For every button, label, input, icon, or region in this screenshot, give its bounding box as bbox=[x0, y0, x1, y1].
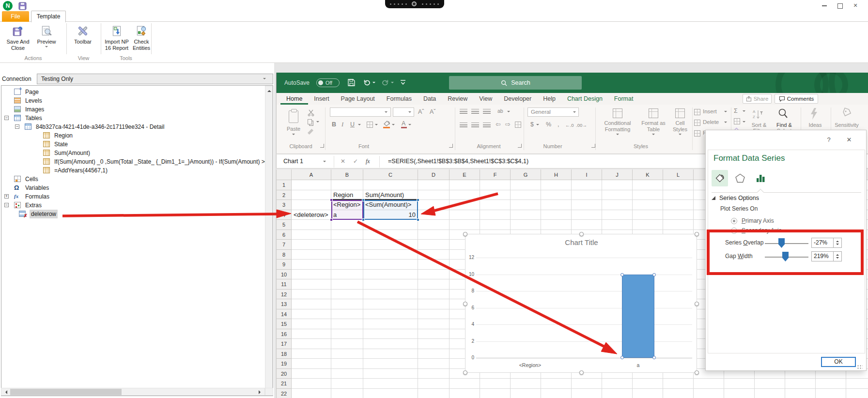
slider-track-series-overlap[interactable] bbox=[765, 243, 808, 244]
row-header-5[interactable]: 5 bbox=[277, 220, 292, 230]
sensitivity-label[interactable]: Sensitivity bbox=[832, 122, 862, 128]
orientation-dropdown-icon[interactable] bbox=[507, 111, 510, 114]
spin-up-icon[interactable] bbox=[836, 253, 839, 256]
value-gap-width[interactable]: 219% bbox=[811, 251, 834, 261]
increase-decimal-icon[interactable]: ←.0 bbox=[565, 122, 574, 129]
scrollbar-thumb[interactable] bbox=[10, 389, 122, 395]
radio-label-secondary-axis[interactable]: Secondary Axis bbox=[742, 227, 782, 234]
np-check-entities-button[interactable]: CheckEntities bbox=[129, 23, 154, 55]
find-select-icon[interactable] bbox=[777, 107, 788, 120]
quick-save-icon[interactable] bbox=[18, 2, 27, 10]
ideas-label[interactable]: Ideas bbox=[805, 122, 826, 128]
close-button[interactable] bbox=[850, 1, 861, 10]
paste-button[interactable]: Paste bbox=[282, 107, 305, 138]
tree-item-region[interactable]: Region bbox=[53, 131, 74, 140]
sum-amount-tag-range-handle[interactable] bbox=[362, 218, 365, 221]
column-header-H[interactable]: H bbox=[541, 169, 572, 180]
tree-item-sum-amount[interactable]: Sum(Amount) bbox=[53, 149, 92, 157]
row-header-9[interactable]: 9 bbox=[277, 260, 292, 270]
underline-dropdown-icon[interactable] bbox=[358, 124, 361, 127]
alignment-dialog-launcher-icon[interactable] bbox=[518, 144, 522, 148]
ribbon-tab-home[interactable]: Home bbox=[280, 93, 308, 105]
chart-selection-handle[interactable] bbox=[463, 302, 467, 306]
italic-icon[interactable]: I bbox=[341, 121, 343, 128]
underline-icon[interactable]: U bbox=[350, 121, 355, 128]
name-box[interactable]: Chart 1 bbox=[283, 154, 322, 168]
redo-icon[interactable] bbox=[381, 78, 389, 87]
row-header-17[interactable]: 17 bbox=[277, 339, 292, 349]
align-bottom-icon[interactable] bbox=[483, 109, 491, 114]
tree-expander-plus-icon[interactable] bbox=[4, 194, 9, 199]
row-header-11[interactable]: 11 bbox=[277, 279, 292, 290]
percent-style-icon[interactable]: % bbox=[546, 121, 551, 128]
merge-center-icon[interactable] bbox=[515, 122, 521, 128]
search-input[interactable]: Search bbox=[449, 76, 582, 90]
series-selection-handle[interactable] bbox=[652, 356, 656, 359]
value-series-overlap[interactable]: -27% bbox=[811, 238, 834, 248]
ribbon-tab-formulas[interactable]: Formulas bbox=[381, 93, 418, 105]
ribbon-tab-data[interactable]: Data bbox=[418, 93, 442, 105]
cut-icon[interactable] bbox=[308, 109, 314, 116]
column-header-E[interactable]: E bbox=[450, 169, 480, 180]
chart-selection-handle[interactable] bbox=[695, 370, 699, 375]
pane-resize-grip[interactable] bbox=[857, 365, 863, 369]
font-name-combo[interactable] bbox=[330, 107, 391, 117]
borders-icon[interactable] bbox=[367, 122, 373, 128]
ribbon-tab-page-layout[interactable]: Page Layout bbox=[335, 93, 381, 105]
scroll-left-icon[interactable] bbox=[3, 390, 7, 394]
tree-item-levels[interactable]: Levels bbox=[24, 96, 44, 105]
chart-object[interactable]: Chart Title121086420<Region>a bbox=[465, 234, 697, 373]
radio-secondary-axis[interactable] bbox=[731, 228, 737, 234]
number-dialog-launcher-icon[interactable] bbox=[591, 144, 595, 148]
tree-item-variables[interactable]: Variables bbox=[24, 184, 50, 192]
column-header-I[interactable]: I bbox=[572, 169, 602, 180]
chart-selection-handle[interactable] bbox=[463, 232, 467, 236]
row-header-8[interactable]: 8 bbox=[277, 250, 292, 260]
effects-tab[interactable] bbox=[732, 170, 748, 186]
series-selection-handle[interactable] bbox=[620, 273, 624, 276]
column-header-F[interactable]: F bbox=[480, 169, 511, 180]
tree-item-cells[interactable]: Cells bbox=[24, 175, 40, 184]
ribbon-tab-help[interactable]: Help bbox=[537, 93, 561, 105]
tree-expander-minus-icon[interactable] bbox=[15, 124, 19, 129]
sum-amount-tag-range-handle[interactable] bbox=[417, 218, 419, 221]
font-dialog-launcher-icon[interactable] bbox=[449, 144, 453, 148]
increase-indent-icon[interactable]: ⇨ bbox=[505, 121, 510, 128]
sort-filter-label[interactable]: Sort & bbox=[748, 122, 770, 128]
row-header-6[interactable]: 6 bbox=[277, 230, 292, 240]
column-header-B[interactable]: B bbox=[331, 169, 363, 180]
tree-item-deleterow[interactable]: deleterow bbox=[30, 210, 58, 218]
tree-item-images[interactable]: Images bbox=[24, 105, 46, 114]
chart-selection-handle[interactable] bbox=[579, 232, 584, 236]
ribbon-tab-chart-design[interactable]: Chart Design bbox=[561, 93, 608, 105]
chart-selection-handle[interactable] bbox=[463, 370, 467, 375]
tree-item-extras[interactable]: Extras bbox=[24, 201, 43, 210]
chart-selection-handle[interactable] bbox=[579, 370, 584, 375]
chart-selection-handle[interactable] bbox=[695, 302, 699, 306]
row-header-12[interactable]: 12 bbox=[277, 290, 292, 300]
autosum-icon[interactable]: Σ bbox=[734, 107, 742, 114]
row-header-3[interactable]: 3 bbox=[277, 200, 292, 210]
copy-icon[interactable] bbox=[308, 119, 312, 124]
number-format-combo[interactable]: General bbox=[527, 107, 579, 117]
sort-filter-icon[interactable]: AZ bbox=[752, 108, 763, 121]
row-header-16[interactable]: 16 bbox=[277, 329, 292, 339]
chart-bar-a[interactable] bbox=[622, 275, 654, 358]
tree-expander-minus-icon[interactable] bbox=[4, 203, 9, 207]
customize-toolbar-icon[interactable] bbox=[400, 79, 406, 86]
align-middle-icon[interactable] bbox=[471, 109, 479, 114]
spinner-series-overlap[interactable] bbox=[833, 238, 842, 248]
scroll-up-icon[interactable] bbox=[267, 88, 271, 92]
spin-down-icon[interactable] bbox=[836, 257, 839, 260]
tree-item-addyears-44567-1[interactable]: =AddYears(44567,1) bbox=[53, 166, 109, 175]
shrink-font-icon[interactable]: Aˇ bbox=[430, 108, 436, 115]
tree-item-tables[interactable]: Tables bbox=[24, 114, 44, 122]
ok-button[interactable]: OK bbox=[821, 357, 856, 367]
fill-down-icon[interactable] bbox=[734, 118, 740, 124]
scroll-right-icon[interactable] bbox=[259, 390, 263, 394]
np-save-and-close-button[interactable]: Save AndClose bbox=[4, 23, 32, 55]
ribbon-tab-insert[interactable]: Insert bbox=[308, 93, 335, 105]
np-preview-button[interactable]: Preview bbox=[34, 23, 59, 55]
fx-icon[interactable]: fx bbox=[366, 154, 370, 168]
ribbon-tab-developer[interactable]: Developer bbox=[498, 93, 537, 105]
